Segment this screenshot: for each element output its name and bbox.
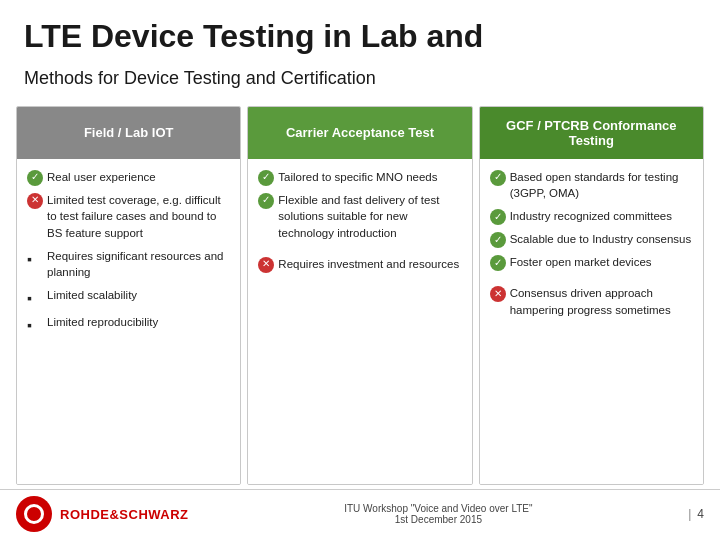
logo-circle-inner [24,504,44,524]
bullet-text: Based open standards for testing (3GPP, … [510,169,693,202]
cross-icon: ✕ [27,193,43,209]
logo-circle [16,496,52,532]
list-item: ▪ Requires significant resources and pla… [27,248,230,281]
divider [258,248,461,256]
bullet-text: Real user experience [47,169,230,186]
columns: Field / Lab IOT ✓ Real user experience ✕… [16,106,704,485]
bullet-text: Limited scalability [47,287,230,304]
list-item: ✓ Industry recognized committees [490,208,693,225]
bullet-text: Requires investment and resources [278,256,461,273]
footer-workshop: ITU Workshop "Voice and Video over LTE" … [189,503,689,525]
col-body-carrier: ✓ Tailored to specific MNO needs ✓ Flexi… [248,159,471,484]
list-item: ▪ Limited scalability [27,287,230,308]
logo-text: ROHDE&SCHWARZ [60,507,189,522]
page-number: 4 [697,507,704,521]
column-field-lab: Field / Lab IOT ✓ Real user experience ✕… [16,106,241,485]
list-item: ✓ Scalable due to Industry consensus [490,231,693,248]
check-icon: ✓ [258,193,274,209]
header: LTE Device Testing in Lab and Methods fo… [0,0,720,98]
workshop-line1: ITU Workshop "Voice and Video over LTE" [189,503,689,514]
list-item: ✓ Tailored to specific MNO needs [258,169,461,186]
check-icon: ✓ [258,170,274,186]
list-item: ✕ Requires investment and resources [258,256,461,273]
list-item: ✓ Real user experience [27,169,230,186]
column-gcf: GCF / PTCRB Conformance Testing ✓ Based … [479,106,704,485]
page: LTE Device Testing in Lab and Methods fo… [0,0,720,540]
divider [490,277,693,285]
bullet-text: Flexible and fast delivery of test solut… [278,192,461,242]
footer: ROHDE&SCHWARZ ITU Workshop "Voice and Vi… [0,489,720,540]
bullet-icon: ▪ [27,288,43,308]
col-body-gcf: ✓ Based open standards for testing (3GPP… [480,159,703,484]
header-title: LTE Device Testing in Lab and Methods fo… [24,18,696,92]
col-header-carrier: Carrier Acceptance Test [248,107,471,159]
list-item: ✕ Consensus driven approach hampering pr… [490,285,693,318]
bullet-text: Consensus driven approach hampering prog… [510,285,693,318]
col-body-field-lab: ✓ Real user experience ✕ Limited test co… [17,159,240,484]
list-item: ✓ Flexible and fast delivery of test sol… [258,192,461,242]
bullet-text: Foster open market devices [510,254,693,271]
bullet-text: Industry recognized committees [510,208,693,225]
page-separator: | [688,507,691,521]
header-line2: Methods for Device Testing and Certifica… [24,68,376,88]
bullet-text: Limited reproducibility [47,314,230,331]
cross-icon: ✕ [490,286,506,302]
list-item: ▪ Limited reproducibility [27,314,230,335]
column-carrier: Carrier Acceptance Test ✓ Tailored to sp… [247,106,472,485]
header-line1: LTE Device Testing in Lab and [24,18,483,54]
check-icon: ✓ [490,209,506,225]
main-content: Field / Lab IOT ✓ Real user experience ✕… [0,98,720,485]
bullet-text: Requires significant resources and plann… [47,248,230,281]
list-item: ✓ Foster open market devices [490,254,693,271]
check-icon: ✓ [490,170,506,186]
bullet-text: Limited test coverage, e.g. difficult to… [47,192,230,242]
bullet-icon: ▪ [27,249,43,269]
footer-page: | 4 [688,507,704,521]
check-icon: ✓ [490,255,506,271]
footer-logo: ROHDE&SCHWARZ [16,496,189,532]
list-item: ✕ Limited test coverage, e.g. difficult … [27,192,230,242]
check-icon: ✓ [27,170,43,186]
bullet-icon: ▪ [27,315,43,335]
check-icon: ✓ [490,232,506,248]
workshop-line2: 1st December 2015 [189,514,689,525]
cross-icon: ✕ [258,257,274,273]
bullet-text: Tailored to specific MNO needs [278,169,461,186]
bullet-text: Scalable due to Industry consensus [510,231,693,248]
col-header-gcf: GCF / PTCRB Conformance Testing [480,107,703,159]
col-header-field-lab: Field / Lab IOT [17,107,240,159]
list-item: ✓ Based open standards for testing (3GPP… [490,169,693,202]
